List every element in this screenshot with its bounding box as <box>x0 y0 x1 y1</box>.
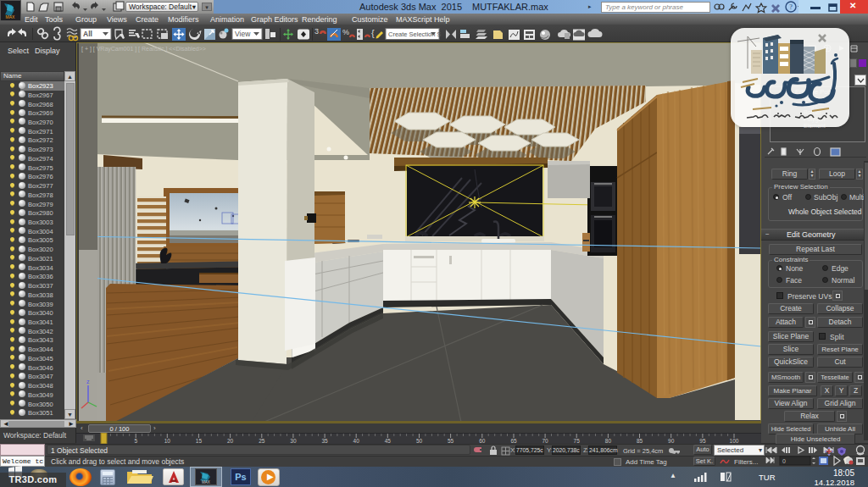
svg-text:70: 70 <box>542 438 548 444</box>
svg-text:z: z <box>86 379 90 385</box>
svg-text:3: 3 <box>314 27 319 36</box>
svg-text:?: ? <box>789 3 793 11</box>
svg-text:15: 15 <box>196 438 203 444</box>
svg-text:30: 30 <box>290 438 297 444</box>
svg-text:10: 10 <box>164 438 171 444</box>
svg-text:25: 25 <box>259 438 265 444</box>
svg-text:95: 95 <box>699 438 706 444</box>
svg-text:90: 90 <box>668 438 675 444</box>
svg-text:MAX: MAX <box>6 14 16 19</box>
svg-text:View: View <box>235 30 251 38</box>
svg-text:85: 85 <box>637 438 643 444</box>
svg-text:[ + ] [ VRayCam001 ] [ Realist: [ + ] [ VRayCam001 ] [ Realistic ] <<Dis… <box>81 46 206 53</box>
svg-text:65: 65 <box>510 438 517 444</box>
svg-text:40: 40 <box>353 438 360 444</box>
svg-text:50: 50 <box>416 438 423 444</box>
svg-text:All: All <box>83 30 92 38</box>
svg-text:35: 35 <box>321 438 328 444</box>
svg-text:80: 80 <box>605 438 612 444</box>
svg-text:45: 45 <box>385 438 392 444</box>
svg-text:5: 5 <box>134 438 137 444</box>
svg-text:55: 55 <box>448 438 454 444</box>
svg-text:MAX: MAX <box>202 480 210 484</box>
svg-text:{: { <box>371 28 375 38</box>
svg-text:0: 0 <box>782 458 786 464</box>
svg-text:100: 100 <box>730 438 739 444</box>
svg-text:20: 20 <box>227 438 234 444</box>
svg-text:%: % <box>342 28 349 36</box>
svg-text:60: 60 <box>479 438 486 444</box>
svg-text:75: 75 <box>574 438 581 444</box>
